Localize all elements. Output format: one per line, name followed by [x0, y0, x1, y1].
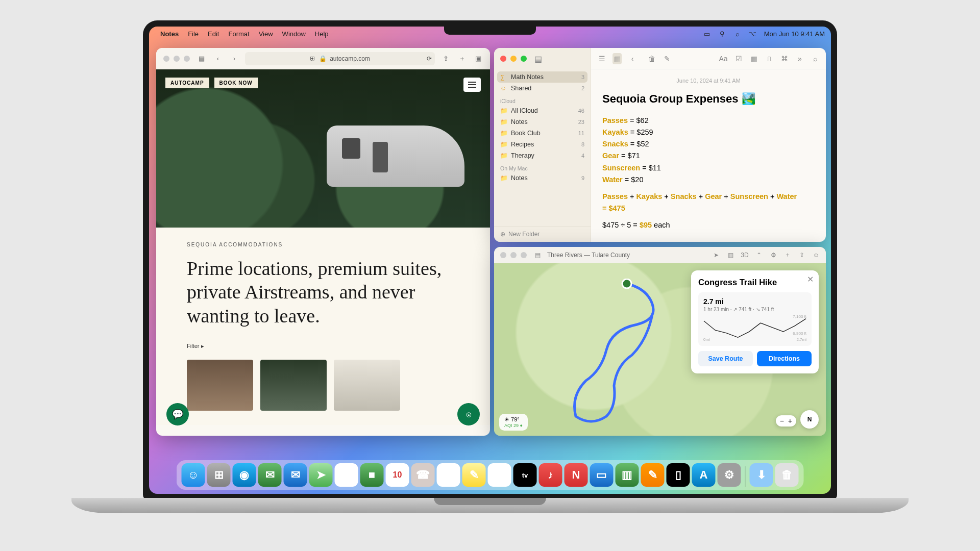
- new-tab-icon[interactable]: ＋: [456, 54, 468, 64]
- control-center-icon[interactable]: ⌥: [749, 30, 757, 38]
- dock-downloads-icon[interactable]: ⬇: [750, 463, 773, 487]
- dock-pages-icon[interactable]: ✎: [641, 463, 665, 487]
- sidebar-toggle-icon[interactable]: ▤: [533, 54, 543, 64]
- folder-shared[interactable]: ☺Shared2: [494, 83, 591, 94]
- checklist-icon[interactable]: ☑: [734, 55, 743, 63]
- list-view-icon[interactable]: ☰: [597, 55, 606, 63]
- dock-reminders-icon[interactable]: ☰: [437, 463, 460, 487]
- dock-iphone-mirror-icon[interactable]: ▯: [667, 463, 690, 487]
- zoom-out-icon[interactable]: −: [780, 417, 784, 425]
- share-icon[interactable]: ⇪: [797, 252, 806, 259]
- folder-label: Math Notes: [511, 73, 544, 81]
- book-now-button[interactable]: BOOK NOW: [214, 78, 258, 88]
- nav-back-icon[interactable]: ‹: [212, 54, 224, 64]
- menu-view[interactable]: View: [259, 30, 273, 38]
- wifi-icon[interactable]: ⚲: [718, 30, 726, 38]
- sidebar-toggle-icon[interactable]: ▤: [196, 54, 207, 64]
- location-icon[interactable]: ➤: [712, 252, 721, 259]
- dock-keynote-icon[interactable]: ▭: [590, 463, 614, 487]
- compass-icon[interactable]: N: [800, 410, 819, 429]
- table-icon[interactable]: ▦: [749, 55, 758, 63]
- airstream-graphic: [327, 115, 470, 202]
- menu-edit[interactable]: Edit: [208, 30, 219, 38]
- filter-button[interactable]: Filter ▸: [187, 343, 459, 349]
- directions-button[interactable]: Directions: [757, 351, 812, 366]
- dock-mail-icon[interactable]: ✉: [284, 463, 307, 487]
- folder-notes[interactable]: 📁Notes23: [494, 116, 591, 128]
- weather-pill[interactable]: ☀ 79° AQI 29 ●: [499, 414, 528, 431]
- dock-photos-icon[interactable]: ✿: [335, 463, 358, 487]
- dock-freeform-icon[interactable]: 〰: [488, 463, 511, 487]
- 3d-icon[interactable]: 3D: [740, 252, 749, 259]
- nav-forward-icon[interactable]: ›: [229, 54, 240, 64]
- menu-help[interactable]: Help: [315, 30, 329, 38]
- note-content[interactable]: June 10, 2024 at 9:41 AM Sequoia Group E…: [591, 69, 826, 238]
- accommodation-thumb[interactable]: [260, 360, 327, 411]
- menubar-app-name[interactable]: Notes: [160, 30, 179, 38]
- dock-appstore-icon[interactable]: A: [692, 463, 716, 487]
- settings-icon[interactable]: ⚙: [769, 252, 778, 259]
- dock-calendar-icon[interactable]: 10: [386, 463, 409, 487]
- sidebar-toggle-icon[interactable]: ▤: [533, 252, 542, 259]
- dock-safari-icon[interactable]: ◉: [233, 463, 256, 487]
- reload-icon[interactable]: ⟳: [427, 55, 432, 62]
- safari-traffic-lights[interactable]: [162, 56, 191, 62]
- lookaround-icon[interactable]: ⌃: [754, 252, 764, 259]
- media-icon[interactable]: ⎍: [765, 55, 774, 63]
- accessibility-widget-icon[interactable]: ⍟: [457, 403, 480, 425]
- dock-messages-icon[interactable]: ✉: [258, 463, 282, 487]
- expense-line: Water = $20: [602, 174, 815, 186]
- battery-icon[interactable]: ▭: [703, 30, 711, 38]
- text-format-icon[interactable]: Aa: [719, 55, 728, 63]
- folder-book-club[interactable]: 📁Book Club11: [494, 128, 591, 139]
- dock-contacts-icon[interactable]: ☎: [411, 463, 435, 487]
- site-logo[interactable]: AUTOCAMP: [165, 78, 209, 88]
- folder-notes[interactable]: 📁Notes9: [494, 172, 591, 184]
- tabs-overview-icon[interactable]: ▣: [473, 54, 484, 64]
- account-icon[interactable]: ☺: [812, 252, 821, 259]
- close-icon[interactable]: ✕: [807, 274, 814, 284]
- share-icon[interactable]: ⇪: [440, 54, 451, 64]
- dock-notes-icon[interactable]: ✎: [462, 463, 486, 487]
- spotlight-icon[interactable]: ⌕: [733, 30, 742, 38]
- menu-window[interactable]: Window: [282, 30, 306, 38]
- dock-tv-icon[interactable]: tv: [513, 463, 537, 487]
- dock-music-icon[interactable]: ♪: [539, 463, 562, 487]
- zoom-control[interactable]: −+: [776, 415, 796, 427]
- link-icon[interactable]: ⌘: [780, 55, 789, 63]
- menu-format[interactable]: Format: [228, 30, 249, 38]
- dock-facetime-icon[interactable]: ■: [360, 463, 384, 487]
- more-icon[interactable]: »: [795, 55, 804, 63]
- dock-maps-icon[interactable]: ➤: [309, 463, 333, 487]
- accommodation-thumb[interactable]: [334, 360, 400, 411]
- menubar-datetime[interactable]: Mon Jun 10 9:41 AM: [764, 30, 825, 38]
- folder-therapy[interactable]: 📁Therapy4: [494, 150, 591, 161]
- folder-math-notes[interactable]: ∑Math Notes3: [497, 71, 587, 83]
- gallery-view-icon[interactable]: ▦: [612, 53, 622, 64]
- dock-trash-icon[interactable]: 🗑: [775, 463, 799, 487]
- safari-address-bar[interactable]: ⛨ 🔒 autocamp.com ⟳: [245, 52, 435, 65]
- zoom-in-icon[interactable]: +: [788, 417, 792, 425]
- dock-numbers-icon[interactable]: ▥: [616, 463, 639, 487]
- folder-recipes[interactable]: 📁Recipes8: [494, 139, 591, 150]
- trash-icon[interactable]: 🗑: [647, 55, 656, 63]
- dock-settings-icon[interactable]: ⚙: [718, 463, 741, 487]
- add-icon[interactable]: ＋: [783, 251, 792, 259]
- dock-news-icon[interactable]: N: [565, 463, 588, 487]
- new-folder-button[interactable]: ⊕ New Folder: [494, 226, 591, 242]
- save-route-button[interactable]: Save Route: [698, 351, 753, 366]
- map-canvas[interactable]: ✕ Congress Trail Hike 2.7 mi 1 hr 23 min…: [494, 263, 826, 436]
- chat-widget-icon[interactable]: 💬: [166, 403, 189, 425]
- map-mode-icon[interactable]: ▥: [726, 252, 735, 259]
- back-icon[interactable]: ‹: [628, 55, 637, 63]
- dock-finder-icon[interactable]: ☺: [182, 463, 205, 487]
- accommodation-thumb[interactable]: [187, 360, 253, 411]
- search-icon[interactable]: ⌕: [811, 55, 820, 63]
- notes-traffic-lights[interactable]: [499, 56, 528, 62]
- menu-file[interactable]: File: [188, 30, 199, 38]
- maps-traffic-lights[interactable]: [499, 252, 528, 258]
- hamburger-menu-icon[interactable]: [463, 78, 481, 92]
- folder-all-icloud[interactable]: 📁All iCloud46: [494, 105, 591, 116]
- dock-launchpad-icon[interactable]: ⊞: [207, 463, 231, 487]
- compose-icon[interactable]: ✎: [663, 55, 672, 63]
